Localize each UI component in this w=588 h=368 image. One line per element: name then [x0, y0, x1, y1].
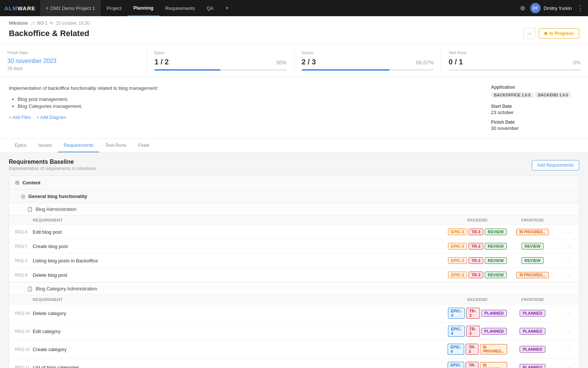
req-id: REQ-7 — [15, 244, 33, 248]
start-date-section: Start Date 23 october — [491, 104, 579, 115]
tab-feed[interactable]: Feed — [132, 139, 155, 152]
tab-requirements[interactable]: Requirements — [58, 139, 99, 152]
nav-tab-planning[interactable]: Planning — [128, 0, 159, 16]
status-button[interactable]: In Progress — [539, 28, 579, 39]
edit-icon[interactable]: ✎ — [50, 21, 53, 26]
row-actions-0: ··· — [558, 228, 573, 236]
tr-tag: TR-3 — [466, 344, 478, 355]
row-more-button[interactable]: ··· — [564, 309, 573, 317]
nav-tab-dm1[interactable]: ≡ DM1 Demo Project 1 — [40, 0, 101, 16]
req-name: Delete category — [33, 311, 448, 316]
req-id: REQ-4 — [15, 258, 33, 263]
row-actions-1: ··· — [558, 243, 573, 250]
finish-date-sidebar-value: 30 november — [491, 125, 579, 131]
frontend-tags-0: IN PROGRES... — [507, 229, 558, 235]
tab-epics[interactable]: Epics — [9, 139, 32, 152]
req-name: Edit category — [33, 329, 448, 334]
nav-more-icon[interactable]: ⋮ — [577, 4, 584, 12]
content-label: Content — [22, 180, 40, 185]
table-row: REQ-9 Delete blog post EPIC-3 TR-3 REVIE… — [9, 268, 579, 282]
backend-tags-1: EPIC-3 TR-3 REVIEW — [448, 243, 507, 250]
list-item: Blog post management; — [18, 96, 479, 102]
group-name: General blog functionality — [28, 194, 87, 199]
row-actions-b1: ··· — [558, 328, 573, 335]
row-more-button[interactable]: ··· — [564, 364, 573, 368]
finish-date-label: Finish Date — [7, 50, 139, 55]
finish-date-section: Finish Date 30 november — [491, 120, 579, 131]
epics-label: Epics — [154, 50, 286, 55]
finish-date-value: 30 november 2023 — [7, 58, 139, 64]
row-actions-3: ··· — [558, 271, 573, 279]
tag-backoffice: BACKOFFICE 1.0.0 — [491, 92, 534, 98]
epics-progress-bar — [154, 69, 286, 71]
frontend-tags-b3: PLANNED — [507, 364, 558, 368]
test-runs-label: Test Runs — [449, 50, 581, 55]
application-label: Application — [491, 85, 579, 90]
description-intro: Implementation of backoffice functionali… — [9, 85, 479, 92]
date-label: 23 october, 16:30 — [55, 21, 90, 26]
epic-tag: EPIC-3 — [448, 272, 467, 278]
tr-tag: TR-3 — [469, 272, 483, 278]
avatar: DY — [530, 3, 541, 13]
tabs-row: Epics Issues Requirements Test Runs Feed — [0, 139, 588, 153]
table-header-1: REQUIREMENT BACKEND FRONTEND — [9, 216, 579, 225]
req-id: REQ-9 — [15, 273, 33, 277]
nav-tab-add[interactable]: + — [219, 0, 234, 16]
requirements-title: Requirements Baseline — [9, 159, 97, 165]
tab-issues[interactable]: Issues — [32, 139, 58, 152]
backend-status: PLANNED — [481, 328, 507, 335]
nav-tab-qa[interactable]: QA — [201, 0, 219, 16]
table-row: REQ-13 Edit category EPIC-4 TR-3 PLANNED… — [9, 322, 579, 340]
table-icon: ⊞ — [15, 180, 19, 185]
frontend-status: REVIEW — [521, 257, 543, 264]
row-more-button[interactable]: ··· — [564, 328, 573, 335]
frontend-status: REVIEW — [521, 243, 543, 250]
requirements-section: Requirements Baseline Implementation of … — [0, 153, 588, 368]
subgroup-name-2: Blog Category Administration — [36, 286, 97, 291]
content-header: ⊞ Content — [9, 176, 579, 190]
settings-icon[interactable]: ⚙ — [520, 5, 525, 12]
frontend-status: PLANNED — [520, 346, 545, 353]
start-date-label: Start Date — [491, 104, 579, 109]
page-body: Implementation of backoffice functionali… — [0, 77, 588, 368]
add-files-link[interactable]: + Add Files — [9, 115, 31, 120]
stats-row: Finish Date 30 november 2023 28 days Epi… — [0, 44, 588, 77]
nav-tabs: ≡ DM1 Demo Project 1 Project Planning Re… — [40, 0, 235, 16]
app-logo[interactable]: ALMALMWAREWARE — [4, 5, 36, 11]
test-runs-percent: 0% — [573, 60, 581, 66]
backend-status: PLANNED — [481, 310, 507, 316]
row-actions-b0: ··· — [558, 309, 573, 317]
frontend-tags-b2: PLANNED — [507, 346, 558, 353]
nav-tab-requirements[interactable]: Requirements — [159, 0, 201, 16]
row-more-button[interactable]: ··· — [564, 346, 573, 353]
frontend-tags-1: REVIEW — [507, 243, 558, 250]
subgroup-name: Blog Administration — [36, 206, 76, 212]
row-more-button[interactable]: ··· — [564, 243, 573, 250]
add-diagram-link[interactable]: + Add Diagram — [37, 115, 66, 120]
backend-status: REVIEW — [485, 272, 506, 278]
frontend-status: PLANNED — [520, 310, 545, 316]
row-more-button[interactable]: ··· — [564, 271, 573, 279]
add-requirements-button[interactable]: Add Requirements — [532, 160, 579, 170]
tab-test-runs[interactable]: Test Runs — [99, 139, 132, 152]
top-nav: ALMALMWAREWARE ≡ DM1 Demo Project 1 Proj… — [0, 0, 588, 16]
description-list: Blog post management; Blog Categories ma… — [18, 96, 479, 109]
issues-percent: 66.67% — [416, 60, 433, 66]
subgroup-blog-admin: 📋 Blog Administration REQUIREMENT BACKEN… — [9, 203, 579, 282]
tr-tag: TR-3 — [466, 362, 478, 368]
finish-date-days: 28 days — [7, 66, 139, 71]
backend-tags-b2: EPIC-4 TR-3 IN PROGRES... — [448, 344, 507, 355]
more-options-button[interactable]: ··· — [523, 28, 536, 39]
tr-tag: TR-3 — [466, 326, 480, 337]
row-more-button[interactable]: ··· — [564, 257, 573, 264]
frontend-status: PLANNED — [520, 328, 545, 335]
branch-ref[interactable]: BO-1 — [37, 21, 47, 26]
col-req-header: REQUIREMENT — [33, 218, 448, 222]
nav-tab-project[interactable]: Project — [101, 0, 127, 16]
user-info[interactable]: DY Dmitry Yurkin — [530, 3, 572, 13]
row-more-button[interactable]: ··· — [564, 228, 573, 236]
req-id: REQ-13 — [15, 329, 33, 333]
epic-tag: EPIC-4 — [448, 362, 464, 368]
start-date-value: 23 october — [491, 110, 579, 115]
col-req-header-2: REQUIREMENT — [33, 297, 448, 302]
